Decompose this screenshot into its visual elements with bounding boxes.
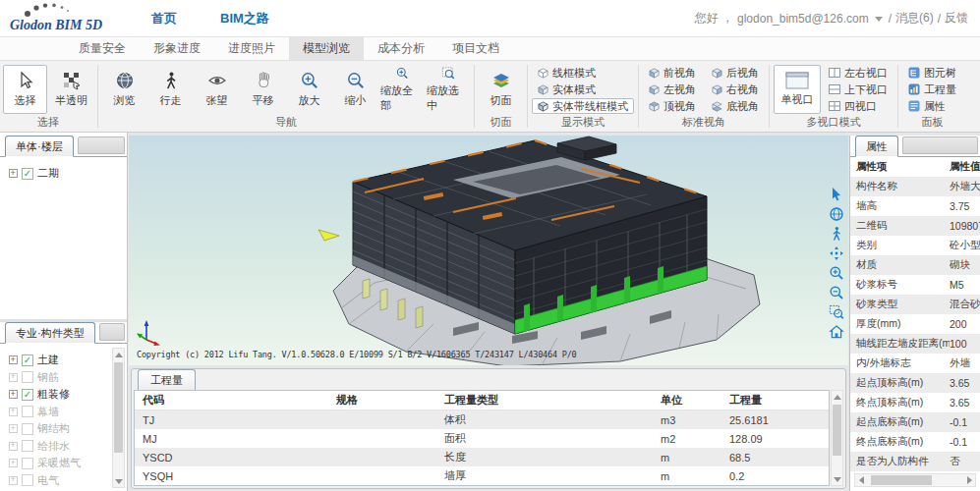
checkbox-checked-icon[interactable] (22, 168, 33, 180)
expand-plus-icon[interactable] (9, 424, 18, 433)
property-row[interactable]: 终点顶标高(m)3.65 (850, 393, 980, 412)
property-row[interactable]: 厚度(mm)200 (850, 314, 980, 334)
top-view-button[interactable]: 顶视角 (643, 98, 702, 114)
expand-plus-icon[interactable] (9, 408, 18, 416)
tree-item-steel[interactable]: 钢结构 (0, 420, 109, 438)
property-row[interactable]: 起点顶标高(m)3.65 (850, 373, 980, 393)
property-row[interactable]: 内/外墙标志外墙 (850, 354, 980, 373)
account-email[interactable]: glodon_bim5d@126.com (737, 12, 869, 26)
section-button[interactable]: 切面 (479, 65, 523, 114)
zoom-selected-button[interactable]: 缩放选中 (426, 65, 470, 114)
tree-item-rebar[interactable]: 钢筋 (0, 369, 109, 387)
checkbox-icon[interactable] (22, 474, 33, 486)
property-row[interactable]: 墙高3.75 (850, 196, 980, 216)
tree-item-phase2[interactable]: 二期 (0, 165, 127, 183)
col-code[interactable]: 代码 (135, 393, 336, 408)
checkbox-icon[interactable] (22, 440, 33, 452)
property-row[interactable]: 轴线距左墙皮距离(mm)100 (850, 334, 980, 354)
nav-bim-road[interactable]: BIM之路 (220, 10, 269, 27)
single-viewport-button[interactable]: 单视口 (774, 65, 821, 114)
property-row[interactable]: 砂浆类型混合砂浆 (850, 295, 980, 314)
col-spec[interactable]: 规格 (336, 393, 444, 408)
checkbox-icon[interactable] (22, 458, 33, 469)
tab-progress-photos[interactable]: 进度照片 (214, 37, 289, 60)
element-tree-panel-button[interactable]: 图元树 (902, 65, 962, 81)
quantity-scrollbar[interactable] (831, 390, 843, 486)
quantity-row[interactable]: YSQH墙厚m0.2 (135, 466, 829, 485)
tree-item-plumbing[interactable]: 给排水 (0, 438, 109, 456)
front-view-button[interactable]: 前视角 (643, 65, 702, 81)
walk-tool-icon[interactable] (829, 226, 844, 242)
nav-home[interactable]: 首页 (151, 10, 177, 27)
left-view-button[interactable]: 左视角 (643, 82, 702, 97)
left-panel-scrollbar[interactable] (112, 348, 125, 488)
scrollbar-thumb[interactable] (833, 405, 841, 456)
expand-plus-icon[interactable] (9, 355, 18, 364)
checkbox-icon[interactable] (22, 406, 33, 417)
expand-plus-icon[interactable] (9, 442, 18, 451)
back-view-button[interactable]: 后视角 (706, 65, 765, 81)
building-model[interactable] (129, 136, 848, 365)
property-row[interactable]: 起点底标高(m)-0.1 (850, 412, 980, 432)
wireframe-mode-button[interactable]: 线框模式 (532, 65, 634, 81)
pan-tool-icon[interactable] (829, 246, 844, 261)
select-tool-icon[interactable] (829, 187, 844, 202)
right-view-button[interactable]: 右视角 (706, 82, 765, 97)
expand-plus-icon[interactable] (9, 390, 18, 399)
expand-plus-icon[interactable] (9, 476, 18, 485)
bottom-view-button[interactable]: 底视角 (706, 98, 765, 114)
tab-project-docs[interactable]: 项目文档 (438, 37, 513, 60)
checkbox-icon[interactable] (22, 371, 33, 383)
tree-item-electrical[interactable]: 电气 (0, 472, 109, 490)
expand-plus-icon[interactable] (9, 169, 18, 178)
property-row[interactable]: 材质砌块 (850, 255, 980, 275)
solid-wireframe-mode-button[interactable]: 实体带线框模式 (532, 98, 634, 114)
tab-properties[interactable]: 属性 (855, 136, 898, 157)
messages-link[interactable]: 消息(6) (895, 10, 934, 27)
property-row[interactable]: 构件名称外墙大孔 (850, 177, 980, 196)
look-around-button[interactable]: 张望 (195, 65, 239, 114)
quantity-panel-button[interactable]: 工程量 (902, 82, 962, 97)
tab-quality-safety[interactable]: 质量安全 (65, 37, 140, 60)
scroll-left-arrow[interactable] (855, 474, 867, 486)
properties-hscrollbar[interactable] (854, 473, 976, 487)
property-row[interactable]: 二维码109807 (850, 216, 980, 236)
scrollbar-thumb[interactable] (114, 362, 123, 453)
quantity-row[interactable]: YSCD长度m68.5 (135, 448, 829, 466)
tree-item-heating-gas[interactable]: 采暖燃气 (0, 455, 109, 472)
property-row[interactable]: 类别砼小型空 (850, 236, 980, 255)
zoom-all-button[interactable]: 缩放全部 (379, 65, 424, 114)
zoom-window-tool-icon[interactable] (829, 304, 844, 320)
home-view-icon[interactable] (829, 324, 844, 340)
col-unit[interactable]: 单位 (661, 393, 729, 408)
orbit-globe-icon[interactable] (829, 206, 844, 222)
checkbox-checked-icon[interactable] (22, 355, 33, 366)
expand-plus-icon[interactable] (9, 459, 18, 467)
tab-model-browse[interactable]: 模型浏览 (289, 37, 364, 60)
scrollbar-thumb[interactable] (871, 475, 932, 485)
tb-viewport-button[interactable]: 上下视口 (823, 82, 894, 97)
tab-quantity[interactable]: 工程量 (138, 369, 196, 391)
col-quantity[interactable]: 工程量 (729, 393, 829, 408)
feedback-link[interactable]: 反馈 (945, 10, 968, 27)
scroll-right-arrow[interactable] (963, 474, 975, 486)
chevron-down-icon[interactable] (875, 17, 883, 22)
property-row[interactable]: 终点底标高(m)-0.1 (850, 432, 980, 452)
tab-building-floor[interactable]: 单体·楼层 (5, 136, 74, 157)
scroll-down-arrow[interactable] (832, 473, 842, 485)
select-button[interactable]: 选择 (3, 65, 47, 114)
tab-visual-progress[interactable]: 形象进度 (140, 37, 214, 60)
checkbox-checked-icon[interactable] (22, 389, 33, 401)
solid-mode-button[interactable]: 实体模式 (532, 82, 634, 97)
tab-cost-analysis[interactable]: 成本分析 (364, 37, 438, 60)
expand-plus-icon[interactable] (9, 373, 18, 382)
tree-item-civil[interactable]: 土建 (0, 352, 109, 369)
property-row[interactable]: 砂浆标号M5 (850, 275, 980, 295)
zoom-in-tool-icon[interactable] (829, 265, 844, 281)
tree-item-curtainwall[interactable]: 幕墙 (0, 404, 109, 421)
properties-panel-button[interactable]: 属性 (902, 98, 962, 114)
scroll-down-arrow[interactable] (113, 475, 124, 487)
walk-button[interactable]: 行走 (148, 65, 193, 114)
quad-viewport-button[interactable]: 四视口 (823, 98, 894, 114)
property-row[interactable]: 是否为人防构件否 (850, 452, 980, 471)
